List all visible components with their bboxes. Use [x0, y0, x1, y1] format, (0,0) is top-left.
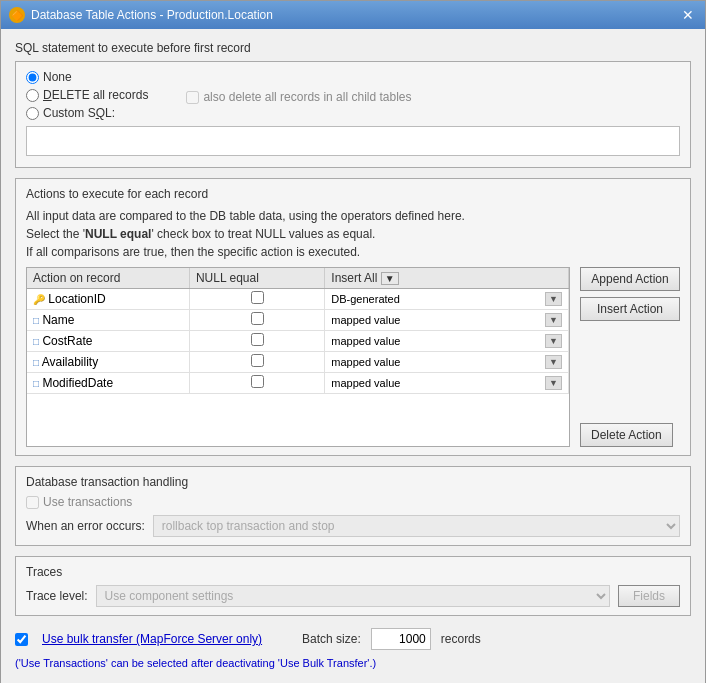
- actions-desc: All input data are compared to the DB ta…: [26, 207, 680, 261]
- table-row: □ Availability mapped value ▼: [27, 352, 569, 373]
- null-checkbox[interactable]: [251, 312, 264, 325]
- radio-none-label: None: [43, 70, 72, 84]
- trace-row: Trace level: Use component settings Fiel…: [26, 585, 680, 607]
- actions-table-container: Action on record NULL equal Insert All ▼: [26, 267, 570, 447]
- value-dropdown[interactable]: ▼: [545, 313, 562, 327]
- table-row: □ ModifiedDate mapped value ▼: [27, 373, 569, 394]
- value-dropdown[interactable]: ▼: [545, 292, 562, 306]
- radio-none[interactable]: [26, 71, 39, 84]
- error-select[interactable]: rollback top transaction and stop: [153, 515, 680, 537]
- col-action: Action on record: [27, 268, 189, 289]
- row-field-name: □ Availability: [27, 352, 189, 373]
- table-and-buttons: Action on record NULL equal Insert All ▼: [26, 267, 680, 447]
- bulk-transfer-checkbox[interactable]: [15, 633, 28, 646]
- sql-section-box: None DELETE all records also delete all …: [15, 61, 691, 168]
- insert-action-button[interactable]: Insert Action: [580, 297, 680, 321]
- error-row: When an error occurs: rollback top trans…: [26, 515, 680, 537]
- value-dropdown[interactable]: ▼: [545, 355, 562, 369]
- actions-desc-1: All input data are compared to the DB ta…: [26, 209, 465, 223]
- traces-section: Traces Trace level: Use component settin…: [15, 556, 691, 616]
- close-button[interactable]: ✕: [679, 6, 697, 24]
- also-delete-label: also delete all records in all child tab…: [203, 90, 411, 104]
- bulk-transfer-label: Use bulk transfer (MapForce Server only): [42, 632, 262, 646]
- null-checkbox-cell: [189, 352, 324, 373]
- null-checkbox[interactable]: [251, 354, 264, 367]
- bottom-section: Use bulk transfer (MapForce Server only)…: [15, 628, 691, 670]
- value-text: mapped value: [331, 356, 545, 368]
- bulk-transfer-row: Use bulk transfer (MapForce Server only)…: [15, 628, 691, 650]
- row-field-name: □ CostRate: [27, 331, 189, 352]
- records-label: records: [441, 632, 481, 646]
- batch-size-input[interactable]: [371, 628, 431, 650]
- actions-desc-3: If all comparisons are true, then the sp…: [26, 245, 360, 259]
- custom-sql-textarea[interactable]: [26, 126, 680, 156]
- db-handling-section: Database transaction handling Use transa…: [15, 466, 691, 546]
- null-checkbox-cell: [189, 310, 324, 331]
- error-label: When an error occurs:: [26, 519, 145, 533]
- actions-desc-2: Select the 'NULL equal' check box to tre…: [26, 227, 375, 241]
- value-text: mapped value: [331, 335, 545, 347]
- use-transactions-row: Use transactions: [26, 495, 680, 509]
- value-text: mapped value: [331, 314, 545, 326]
- also-delete-row: also delete all records in all child tab…: [186, 90, 411, 104]
- fields-button[interactable]: Fields: [618, 585, 680, 607]
- table-row: □ CostRate mapped value ▼: [27, 331, 569, 352]
- dialog-icon: 🔶: [9, 7, 25, 23]
- null-checkbox-cell: [189, 289, 324, 310]
- col-value: Insert All ▼: [325, 268, 569, 289]
- radio-custom-row: Custom SQL:: [26, 106, 680, 120]
- value-dropdown[interactable]: ▼: [545, 376, 562, 390]
- actions-section: Actions to execute for each record All i…: [15, 178, 691, 456]
- radio-delete[interactable]: [26, 89, 39, 102]
- radio-custom-label: Custom SQL:: [43, 106, 115, 120]
- actions-label: Actions to execute for each record: [26, 187, 680, 201]
- radio-custom[interactable]: [26, 107, 39, 120]
- row-field-name: □ Name: [27, 310, 189, 331]
- also-delete-checkbox[interactable]: [186, 91, 199, 104]
- actions-table: Action on record NULL equal Insert All ▼: [27, 268, 569, 394]
- dialog-title: Database Table Actions - Production.Loca…: [31, 8, 679, 22]
- field-icon: □: [33, 378, 39, 389]
- use-transactions-checkbox[interactable]: [26, 496, 39, 509]
- append-action-button[interactable]: Append Action: [580, 267, 680, 291]
- value-cell: mapped value ▼: [325, 310, 569, 331]
- value-text: mapped value: [331, 377, 545, 389]
- note-content: ('Use Transactions' can be selected afte…: [15, 657, 376, 669]
- action-buttons-wrapper: Append Action Insert Action Delete Actio…: [580, 267, 680, 447]
- value-text: DB-generated: [331, 293, 545, 305]
- null-checkbox-cell: [189, 373, 324, 394]
- radio-delete-label: DELETE all records: [43, 88, 148, 102]
- trace-level-select[interactable]: Use component settings: [96, 585, 610, 607]
- trace-level-label: Trace level:: [26, 589, 88, 603]
- radio-none-row: None: [26, 70, 680, 84]
- use-transactions-label: Use transactions: [43, 495, 132, 509]
- row-field-name: 🔑 LocationID: [27, 289, 189, 310]
- sql-section-label: SQL statement to execute before first re…: [15, 41, 691, 55]
- key-icon: 🔑: [33, 294, 45, 305]
- radio-delete-row: DELETE all records: [26, 88, 148, 102]
- traces-title: Traces: [26, 565, 680, 579]
- table-row: □ Name mapped value ▼: [27, 310, 569, 331]
- value-dropdown[interactable]: ▼: [545, 334, 562, 348]
- note-text: ('Use Transactions' can be selected afte…: [15, 656, 691, 670]
- field-icon: □: [33, 336, 39, 347]
- delete-action-button[interactable]: Delete Action: [580, 423, 673, 447]
- table-row: 🔑 LocationID DB-generated ▼: [27, 289, 569, 310]
- db-handling-title: Database transaction handling: [26, 475, 680, 489]
- value-cell: mapped value ▼: [325, 331, 569, 352]
- value-cell: mapped value ▼: [325, 352, 569, 373]
- title-bar: 🔶 Database Table Actions - Production.Lo…: [1, 1, 705, 29]
- batch-size-label: Batch size:: [302, 632, 361, 646]
- col-null: NULL equal: [189, 268, 324, 289]
- null-checkbox-cell: [189, 331, 324, 352]
- value-cell: DB-generated ▼: [325, 289, 569, 310]
- row-field-name: □ ModifiedDate: [27, 373, 189, 394]
- insert-all-dropdown[interactable]: ▼: [381, 272, 399, 285]
- null-checkbox[interactable]: [251, 333, 264, 346]
- dialog: 🔶 Database Table Actions - Production.Lo…: [0, 0, 706, 683]
- field-icon: □: [33, 357, 39, 368]
- null-checkbox[interactable]: [251, 375, 264, 388]
- field-icon: □: [33, 315, 39, 326]
- value-cell: mapped value ▼: [325, 373, 569, 394]
- null-checkbox[interactable]: [251, 291, 264, 304]
